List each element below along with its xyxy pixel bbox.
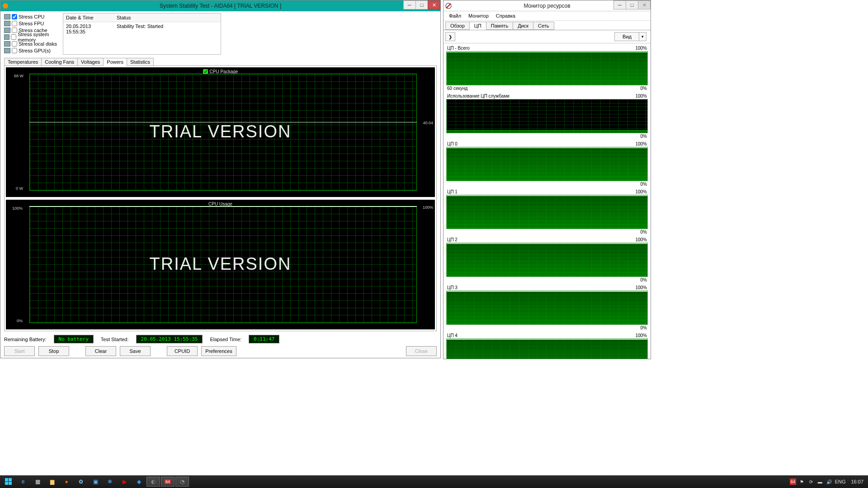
stress-option-label: Stress GPU(s) [19,48,51,53]
tab-overview[interactable]: Обзор [445,22,470,30]
language-indicator[interactable]: ENG [835,479,846,484]
log-col-datetime[interactable]: Date & Time [63,14,114,22]
taskbar-resmon-running[interactable]: ◔ [175,477,189,487]
stress-cache-checkbox[interactable] [12,28,17,33]
taskbar-firefox-icon[interactable]: ● [60,477,73,487]
tab-network[interactable]: Сеть [533,22,554,30]
aida64-app-icon [2,3,9,9]
stress-option[interactable]: Stress CPU [4,13,61,20]
menu-help[interactable]: Справка [492,12,519,19]
stress-option[interactable]: Stress system memory [4,33,61,40]
clear-button[interactable]: Clear [85,346,116,356]
stress-option[interactable]: Stress FPU [4,20,61,27]
tab-statistics[interactable]: Statistics [127,58,154,66]
rm-chart: ЦП 4100%0% [446,333,648,359]
stress-cpu-checkbox[interactable] [12,14,17,19]
cpuid-button[interactable]: CPUID [167,346,198,356]
taskbar-store-icon[interactable]: ▦ [31,477,44,487]
close-button[interactable]: ✕ [428,0,440,9]
log-col-status[interactable]: Status [114,14,221,22]
rm-chart-min: 0% [641,86,647,91]
view-dropdown[interactable]: Вид [614,32,640,41]
cpu-usage-graph: CPU Usage 100% 0% 100% TRIAL VERSION [6,200,435,329]
chip-icon [4,14,10,19]
resmon-toolbar: ❯ Вид [443,30,651,43]
rm-chart-graph [446,99,648,133]
rm-chart-graph [446,243,648,277]
stress-gpu-checkbox[interactable] [12,48,17,53]
rm-chart-timelabel: 60 секунд [447,86,467,91]
tab-disk[interactable]: Диск [513,22,533,30]
stress-disk-checkbox[interactable] [12,41,17,47]
tab-powers[interactable]: Powers [103,58,127,66]
minimize-button[interactable]: ─ [403,0,416,9]
rm-chart-graph [446,338,648,359]
menu-monitor[interactable]: Монитор [465,12,492,19]
maximize-button[interactable]: □ [626,0,638,9]
tray-network-icon[interactable]: ▬ [817,479,823,485]
minimize-button[interactable]: ─ [613,0,626,9]
aida64-titlebar[interactable]: System Stability Test - AIDA64 [ TRIAL V… [0,0,440,11]
battery-value: No battery [54,335,94,343]
rm-chart-min: 0% [641,277,647,282]
taskbar-app-icon[interactable]: ✿ [74,477,88,487]
clock[interactable]: 16:07 [848,479,866,484]
taskbar-app-icon[interactable]: ❄ [103,477,117,487]
tab-voltages[interactable]: Voltages [77,58,104,66]
aida64-title: System Stability Test - AIDA64 [ TRIAL V… [160,3,281,9]
trial-watermark: TRIAL VERSION [150,254,292,274]
rm-chart-title: ЦП 2 [447,237,458,242]
start-button[interactable]: Start [4,346,35,356]
taskbar-app-running[interactable]: ◐ [146,477,160,487]
stress-option[interactable]: Stress local disks [4,40,61,47]
expand-left-button[interactable]: ❯ [445,32,455,41]
tab-temperatures[interactable]: Temperatures [4,58,42,66]
svg-point-0 [3,3,8,9]
taskbar[interactable]: e ▦ ▆ ● ✿ ▣ ❄ ▶ ◆ ◐ 64 ◔ 64 ⚑ ⟳ ▬ 🔊 ENG … [0,475,868,488]
taskbar-aida64-running[interactable]: 64 [161,477,175,487]
tab-memory[interactable]: Память [486,22,513,30]
app-icon: ◐ [151,479,156,485]
gpu-icon [4,48,10,53]
resmon-tabs: Обзор ЦП Память Диск Сеть [443,21,651,30]
stress-fpu-checkbox[interactable] [12,21,17,26]
rm-chart-title: ЦП 3 [447,285,458,290]
tray-flag-icon[interactable]: ⚑ [799,479,805,485]
rm-chart-graph [446,195,648,229]
rm-chart-max: 100% [635,141,647,146]
rm-chart: ЦП 2100%0% [446,237,648,283]
taskbar-explorer-icon[interactable]: ▆ [45,477,59,487]
tray-icon[interactable]: 64 [790,479,796,485]
rm-chart-max: 100% [635,189,647,194]
rm-chart-max: 100% [635,333,647,338]
stop-button[interactable]: Stop [38,346,69,356]
rm-chart: ЦП 0100%0% [446,141,648,187]
rm-chart-min: 0% [641,230,647,235]
svg-rect-4 [9,478,12,481]
stress-memory-checkbox[interactable] [11,34,16,40]
close-button[interactable]: ✕ [638,0,651,9]
tray-updates-icon[interactable]: ⟳ [808,479,814,485]
menu-bar: Файл Монитор Справка [443,11,651,21]
stress-option[interactable]: Stress GPU(s) [4,47,61,54]
resmon-titlebar[interactable]: Монитор ресурсов ─ □ ✕ [443,0,651,11]
stress-option-label: Stress CPU [19,14,44,19]
resmon-charts-panel: ЦП - Всего100%60 секунд0%Использование Ц… [443,43,651,359]
start-menu-button[interactable] [2,477,15,487]
preferences-button[interactable]: Preferences [201,346,236,356]
graph-y-min: 0% [17,319,23,323]
taskbar-ie-icon[interactable]: e [16,477,30,487]
menu-file[interactable]: Файл [445,12,465,19]
rm-chart-max: 100% [635,94,647,99]
taskbar-app-icon[interactable]: ▣ [89,477,102,487]
taskbar-app-icon[interactable]: ◆ [132,477,146,487]
close-test-button[interactable]: Close [406,346,437,356]
tab-cpu[interactable]: ЦП [469,22,486,30]
log-row[interactable]: 20.05.2013 15:55:35 Stability Test: Star… [63,22,221,36]
tab-cooling-fans[interactable]: Cooling Fans [41,58,78,66]
trial-watermark: TRIAL VERSION [150,122,292,141]
save-button[interactable]: Save [120,346,151,356]
taskbar-youtube-icon[interactable]: ▶ [118,477,131,487]
maximize-button[interactable]: □ [415,0,428,9]
tray-volume-icon[interactable]: 🔊 [826,479,832,485]
